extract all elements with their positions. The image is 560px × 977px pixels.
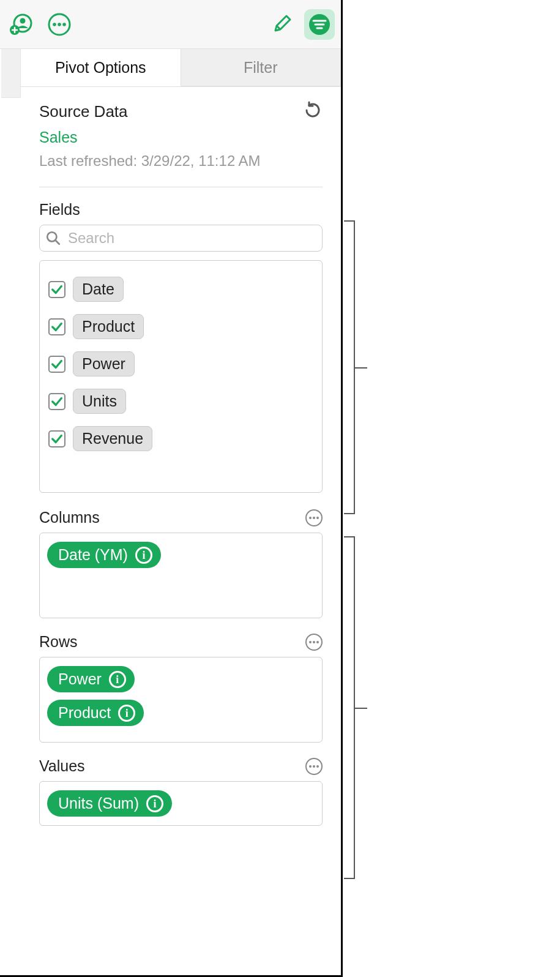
- columns-dropzone[interactable]: Date (YM) i: [39, 533, 323, 618]
- sheet-edge: [1, 49, 21, 98]
- column-pill-date[interactable]: Date (YM) i: [47, 542, 161, 568]
- format-brush-icon: [269, 12, 294, 37]
- field-chip-power[interactable]: Power: [73, 351, 135, 376]
- rows-heading: Rows: [39, 633, 78, 651]
- fields-heading: Fields: [39, 201, 80, 219]
- field-chip-revenue[interactable]: Revenue: [73, 426, 152, 451]
- refresh-icon: [303, 100, 323, 120]
- search-icon: [45, 230, 61, 246]
- field-checkbox-revenue[interactable]: [48, 430, 65, 447]
- info-icon[interactable]: i: [118, 705, 135, 722]
- source-data-heading: Source Data: [39, 102, 128, 121]
- field-row: Date: [48, 277, 313, 302]
- tabs: Pivot Options Filter: [21, 49, 341, 87]
- check-icon: [50, 283, 64, 296]
- source-data-name[interactable]: Sales: [39, 129, 323, 146]
- field-checkbox-date[interactable]: [48, 281, 65, 298]
- last-refreshed-label: Last refreshed: 3/29/22, 11:12 AM: [39, 152, 323, 170]
- row-pill-product[interactable]: Product i: [47, 700, 144, 726]
- divider: [39, 187, 323, 187]
- field-row: Product: [48, 314, 313, 339]
- rows-dropzone[interactable]: Power i Product i: [39, 657, 323, 743]
- field-row: Units: [48, 389, 313, 414]
- more-button[interactable]: [44, 9, 75, 40]
- pill-label: Date (YM): [58, 546, 128, 564]
- svg-point-6: [62, 23, 66, 26]
- values-dropzone[interactable]: Units (Sum) i: [39, 781, 323, 826]
- fields-list: Date Product Power Units: [39, 260, 323, 493]
- svg-point-4: [53, 23, 56, 26]
- field-checkbox-product[interactable]: [48, 318, 65, 335]
- check-icon: [50, 432, 64, 446]
- svg-point-5: [58, 23, 61, 26]
- field-row: Revenue: [48, 426, 313, 451]
- more-icon: [47, 12, 72, 37]
- columns-heading: Columns: [39, 509, 100, 526]
- pill-label: Units (Sum): [58, 795, 139, 812]
- check-icon: [50, 320, 64, 334]
- tab-pivot-options[interactable]: Pivot Options: [21, 49, 181, 86]
- rows-more-button[interactable]: [305, 634, 323, 651]
- field-row: Power: [48, 351, 313, 376]
- value-pill-units[interactable]: Units (Sum) i: [47, 790, 172, 817]
- collaborate-button[interactable]: [6, 9, 37, 40]
- pill-label: Power: [58, 670, 102, 688]
- info-icon[interactable]: i: [109, 671, 126, 688]
- values-more-button[interactable]: [305, 758, 323, 775]
- bracket-fields: [344, 220, 355, 514]
- organize-button[interactable]: [304, 9, 335, 40]
- pill-label: Product: [58, 704, 111, 722]
- field-chip-product[interactable]: Product: [73, 314, 144, 339]
- bracket-areas: [344, 536, 355, 879]
- toolbar: [0, 0, 341, 49]
- format-button[interactable]: [266, 9, 297, 40]
- info-icon[interactable]: i: [135, 547, 152, 564]
- values-heading: Values: [39, 757, 85, 775]
- field-chip-date[interactable]: Date: [73, 277, 124, 302]
- row-pill-power[interactable]: Power i: [47, 666, 135, 692]
- fields-search-input[interactable]: [39, 225, 323, 252]
- svg-point-1: [20, 18, 26, 23]
- field-chip-units[interactable]: Units: [73, 389, 126, 414]
- organize-icon: [307, 12, 332, 37]
- check-icon: [50, 357, 64, 371]
- refresh-button[interactable]: [303, 100, 323, 122]
- field-checkbox-units[interactable]: [48, 393, 65, 410]
- check-icon: [50, 395, 64, 408]
- info-icon[interactable]: i: [146, 795, 163, 812]
- field-checkbox-power[interactable]: [48, 356, 65, 373]
- tab-filter[interactable]: Filter: [181, 49, 342, 86]
- columns-more-button[interactable]: [305, 509, 323, 526]
- collaborate-icon: [9, 12, 34, 37]
